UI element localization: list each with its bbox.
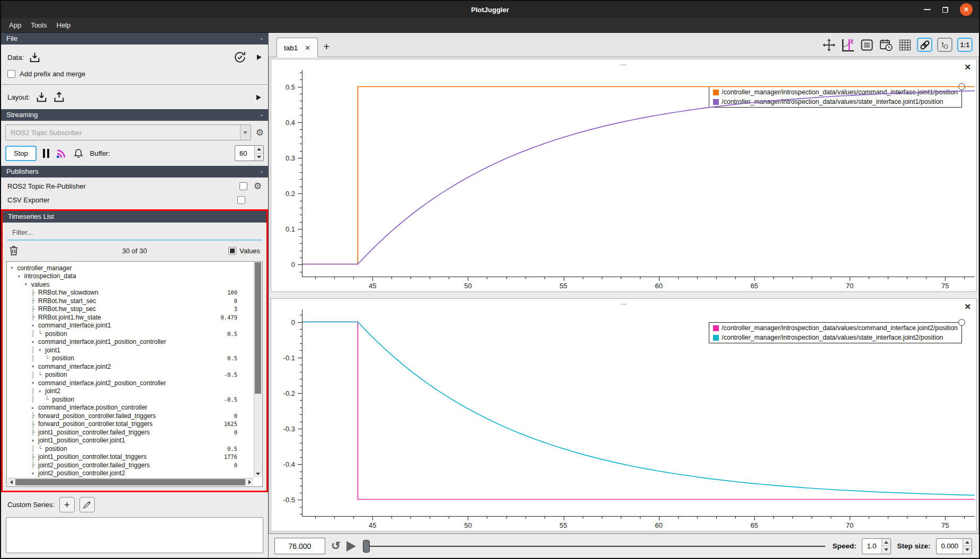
reload-data-icon[interactable]	[233, 50, 247, 64]
step-spin-arrows[interactable]	[963, 539, 972, 554]
tree-item[interactable]: ▾ controller_manager	[10, 264, 253, 272]
tree-item[interactable]: ▾ values	[10, 280, 253, 289]
speed-spin-arrows[interactable]	[881, 539, 890, 554]
tree-item-label[interactable]: command_interface.position_controller	[38, 404, 147, 411]
tree-item[interactable]: ▾ command_interface.joint2_position_cont…	[10, 379, 253, 387]
close-icon[interactable]: ✕	[960, 3, 973, 16]
legend-list-icon[interactable]	[860, 38, 874, 52]
vertical-scrollbar-thumb[interactable]	[255, 262, 261, 394]
plot-close-icon[interactable]: ✕	[964, 63, 971, 72]
custom-series-list[interactable]	[6, 517, 263, 553]
move-view-icon[interactable]	[822, 38, 836, 52]
loop-icon[interactable]: ↺	[331, 540, 341, 551]
tree-item[interactable]: ▾ joint1_position_controller.joint1	[10, 437, 253, 445]
collapse-icon[interactable]: -	[261, 167, 263, 175]
tree-item[interactable]: │ ▾ joint2	[10, 387, 253, 396]
tree-item[interactable]: ├ RRBot.hw_slowdown100	[10, 289, 253, 297]
plot-splitter-dots[interactable]: ...	[271, 299, 976, 309]
tab-close-icon[interactable]: ✕	[305, 44, 310, 52]
legend-item[interactable]: /controller_manager/introspection_data/v…	[713, 334, 958, 341]
tree-item-label[interactable]: forward_position_controller.failed_trigg…	[38, 412, 156, 420]
vertical-scrollbar[interactable]	[254, 262, 262, 477]
tree-item[interactable]: ├ RRBot.hw_stop_sec3	[10, 305, 253, 314]
speed-spinbox[interactable]: 1.0	[862, 538, 891, 554]
notification-bell-icon[interactable]	[73, 148, 84, 159]
tree-item[interactable]: ├ joint1_position_controller.total_trigg…	[10, 453, 253, 462]
tree-item[interactable]: ├ forward_position_controller.failed_tri…	[10, 412, 253, 420]
values-checkbox[interactable]	[228, 247, 236, 255]
tree-item-label[interactable]: RRBot.joint1.hw_state	[38, 314, 101, 321]
collapse-icon[interactable]: -	[261, 34, 263, 42]
tree-item-label[interactable]: joint1_position_controller.total_trigger…	[38, 453, 147, 460]
tree-item[interactable]: │ └ position0.5	[10, 330, 253, 338]
tracker-cursor-icon[interactable]: 1	[841, 38, 855, 52]
time-offset-icon[interactable]: tO	[937, 38, 952, 52]
tree-item-label[interactable]: position	[45, 330, 67, 338]
tree-item-label[interactable]: joint2_position_controller.joint2	[38, 469, 125, 477]
tree-item[interactable]: ▾ introspection_data	[10, 272, 253, 281]
publisher-checkbox[interactable]	[239, 182, 247, 190]
tree-item-label[interactable]: position	[52, 354, 74, 362]
time-slider[interactable]	[362, 539, 827, 554]
plot-close-icon[interactable]: ✕	[964, 302, 971, 312]
add-prefix-checkbox[interactable]	[7, 70, 15, 78]
legend-toggle-icon[interactable]	[958, 319, 965, 326]
current-time-field[interactable]: 76.000	[274, 538, 325, 554]
plot-splitter-dots[interactable]: ...	[271, 59, 976, 70]
tree-item[interactable]: ├ forward_position_controller.total_trig…	[10, 420, 253, 429]
tree-item-label[interactable]: joint1_position_controller.failed_trigge…	[38, 429, 150, 436]
ratio-1-1-icon[interactable]: 1:1	[957, 38, 973, 52]
tree-item[interactable]: ├ RRBot.hw_start_sec0	[10, 297, 253, 305]
tree-item-label[interactable]: command_interface.joint2_position_contro…	[38, 379, 166, 387]
plot-splitter[interactable]	[271, 292, 977, 298]
tree-item[interactable]: │ ▾ joint1	[10, 346, 253, 354]
scroll-down-icon[interactable]	[254, 471, 262, 477]
pause-icon[interactable]	[43, 149, 49, 158]
publisher-checkbox[interactable]	[237, 196, 245, 204]
edit-custom-series-button[interactable]	[79, 497, 95, 512]
tree-item-label[interactable]: command_interface.joint1	[38, 322, 111, 329]
combo-dropdown-icon[interactable]	[240, 125, 251, 140]
plot-canvas[interactable]: /controller_manager/introspection_data/v…	[302, 309, 975, 517]
stop-button[interactable]: Stop	[5, 146, 37, 161]
slider-track[interactable]	[363, 546, 826, 547]
tree-item-label[interactable]: position	[52, 396, 74, 403]
data-menu-expander-icon[interactable]	[257, 55, 262, 60]
load-layout-icon[interactable]	[35, 91, 48, 103]
tree-item[interactable]: ├ joint2_position_controller.failed_trig…	[10, 461, 253, 469]
section-header-publishers[interactable]: Publishers -	[1, 166, 268, 178]
horizontal-scrollbar[interactable]	[7, 478, 253, 486]
collapse-icon[interactable]: -	[261, 111, 263, 119]
tree-item-label[interactable]: joint1	[45, 347, 60, 354]
filter-input[interactable]: Filter...	[7, 226, 262, 241]
datetime-icon[interactable]	[879, 38, 893, 52]
legend-item[interactable]: /controller_manager/introspection_data/v…	[713, 98, 958, 105]
tree-item-label[interactable]: RRBot.hw_slowdown	[38, 289, 98, 296]
layout-menu-expander-icon[interactable]	[256, 95, 261, 100]
tree-item[interactable]: │ └ position-0.5	[10, 371, 253, 379]
tree-item[interactable]: ▾ command_interface.joint1	[10, 322, 253, 330]
tree-item[interactable]: ▾ joint2_position_controller.joint2	[10, 469, 253, 478]
tree-item[interactable]: ▾ command_interface.joint2	[10, 362, 253, 371]
restore-icon[interactable]	[942, 7, 948, 13]
tree-item[interactable]: ▸ command_interface.position_controller	[10, 404, 253, 412]
tree-item-label[interactable]: controller_manager	[17, 264, 72, 272]
legend-item[interactable]: /controller_manager/introspection_data/v…	[713, 324, 958, 332]
tree-item-label[interactable]: RRBot.hw_stop_sec	[38, 305, 96, 313]
legend-toggle-icon[interactable]	[958, 83, 965, 90]
tree-item[interactable]: │ └ position-0.5	[10, 395, 253, 404]
plot-canvas[interactable]: /controller_manager/introspection_data/v…	[302, 70, 975, 277]
buffer-spin-arrows[interactable]	[254, 146, 263, 161]
horizontal-scrollbar-thumb[interactable]	[15, 479, 245, 485]
tree-item-label[interactable]: command_interface.joint1_position_contro…	[38, 338, 166, 345]
tree-item-label[interactable]: introspection_data	[24, 272, 76, 280]
tree-item[interactable]: ├ joint1_position_controller.failed_trig…	[10, 428, 253, 437]
buffer-spinbox[interactable]: 60	[235, 145, 264, 161]
tree-item-label[interactable]: command_interface.joint2	[38, 363, 111, 370]
tree-item[interactable]: │ └ position0.5	[10, 445, 253, 453]
link-axes-icon[interactable]	[917, 38, 932, 52]
streaming-settings-gear-icon[interactable]: ⚙	[256, 128, 264, 137]
save-layout-icon[interactable]	[53, 91, 65, 103]
minimize-icon[interactable]	[924, 9, 931, 10]
tree-item[interactable]: │ └ position0.5	[10, 354, 253, 363]
